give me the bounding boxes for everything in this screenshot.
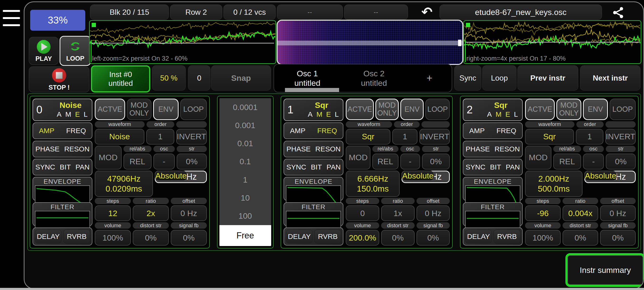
instrument-select-button[interactable]: Inst #0 untitled xyxy=(91,65,150,93)
absolute-mode-button[interactable]: Absolute xyxy=(584,171,617,181)
freq-button[interactable]: FREQ xyxy=(66,127,86,135)
active-toggle-button[interactable]: ACTVE xyxy=(346,99,374,120)
waveform-value-button[interactable]: Sqr xyxy=(525,129,574,145)
mod-strength-button[interactable]: 0% xyxy=(422,154,450,169)
add-oscillator-button[interactable]: + xyxy=(407,73,452,84)
volume-value-button[interactable]: 100% xyxy=(525,230,561,245)
ratio-value-button[interactable]: 0.004x xyxy=(562,205,598,221)
absolute-mode-button[interactable]: Absolute xyxy=(155,171,187,181)
reson-button[interactable]: RESON xyxy=(315,145,341,153)
pan-button[interactable]: PAN xyxy=(76,163,90,171)
block-counter-button[interactable]: Blk 20 / 115 xyxy=(90,5,169,20)
waveform-value-button[interactable]: Sqr xyxy=(346,129,390,145)
mix-percent-button[interactable]: 50 % xyxy=(152,65,186,91)
mod-button[interactable]: MOD xyxy=(346,146,370,169)
share-icon[interactable] xyxy=(610,6,626,19)
tab-osc2[interactable]: Osc 2 untitled xyxy=(341,69,408,88)
instr-summary-button[interactable]: Instr summary xyxy=(566,253,644,287)
left-waveform-scope[interactable]: left-zoom=2x persist On 32 - 60% xyxy=(89,20,276,64)
pan-button[interactable]: PAN xyxy=(506,163,520,171)
rel-abs-button[interactable]: REL xyxy=(553,154,581,169)
freq-range-option[interactable]: 0.0001 xyxy=(220,98,271,116)
empty-slot-button-1[interactable]: -- xyxy=(277,5,343,20)
filename-button[interactable]: etude8-67_new_keys.osc xyxy=(440,5,602,20)
freq-range-option[interactable]: 100 xyxy=(220,207,271,225)
osc-header-button[interactable]: 0 Noise A M E L xyxy=(32,99,92,121)
offset-value-button[interactable]: 0 Hz xyxy=(600,205,636,221)
progress-percent-button[interactable]: 33% xyxy=(30,10,85,31)
hamburger-menu-icon[interactable] xyxy=(3,10,21,28)
sync-button[interactable]: Sync xyxy=(454,65,481,91)
order-value-button[interactable]: 1 xyxy=(392,129,418,145)
sync-button[interactable]: SYNC xyxy=(286,163,306,171)
invert-button[interactable]: INVERT xyxy=(419,129,450,145)
freq-button[interactable]: FREQ xyxy=(317,127,337,135)
stop-button[interactable]: STOP ! xyxy=(29,66,90,93)
transpose-button[interactable]: 0 xyxy=(188,65,210,91)
env-toggle-button[interactable]: ENV xyxy=(583,99,608,120)
distort-value-button[interactable]: 0% xyxy=(381,230,414,245)
delay-button[interactable]: DELAY xyxy=(286,230,312,243)
instrument-loop-button[interactable]: Loop xyxy=(482,65,516,91)
freq-range-option[interactable]: 1 xyxy=(220,171,271,189)
mod-osc-select-button[interactable]: - xyxy=(400,154,420,169)
signal-fb-value-button[interactable]: 0% xyxy=(416,230,450,245)
undo-icon[interactable]: ↶ xyxy=(419,5,435,19)
signal-fb-value-button[interactable]: 0% xyxy=(171,230,207,245)
order-value-button[interactable]: 1 xyxy=(146,129,174,145)
row-counter-button[interactable]: Row 2 xyxy=(170,5,222,20)
steps-value-button[interactable]: -96 xyxy=(525,205,561,221)
pan-button[interactable]: PAN xyxy=(326,163,340,171)
right-waveform-scope[interactable]: right-zoom=4x persist On 17 - 80% xyxy=(463,20,642,64)
ratio-value-button[interactable]: 1x xyxy=(381,205,414,221)
envelope-display[interactable]: ENVELOPE xyxy=(284,177,343,201)
ratio-value-button[interactable]: 2x xyxy=(133,205,169,221)
offset-value-button[interactable]: 0 Hz xyxy=(416,205,450,221)
filter-display[interactable]: FILTER xyxy=(284,202,343,226)
envelope-display[interactable]: ENVELOPE xyxy=(463,177,523,201)
mod-button[interactable]: MOD xyxy=(95,146,122,169)
mod-osc-select-button[interactable]: - xyxy=(583,154,604,169)
play-button[interactable]: PLAY xyxy=(29,37,59,65)
bit-button[interactable]: BIT xyxy=(60,163,71,171)
rel-abs-button[interactable]: REL xyxy=(372,154,398,169)
mod-button[interactable]: MOD xyxy=(525,146,552,169)
loop-toggle-button[interactable]: LOOP xyxy=(180,99,207,120)
tab-osc1[interactable]: Osc 1 untitled xyxy=(274,69,341,88)
invert-button[interactable]: INVERT xyxy=(605,129,636,145)
mod-only-toggle-button[interactable]: MOD ONLY xyxy=(376,99,399,120)
active-toggle-button[interactable]: ACTVE xyxy=(525,99,555,120)
amp-button[interactable]: AMP xyxy=(290,127,306,135)
phase-button[interactable]: PHASE xyxy=(286,145,310,153)
envelope-display[interactable]: ENVELOPE xyxy=(32,177,92,201)
freq-range-free-option[interactable]: Free xyxy=(220,225,271,246)
delay-button[interactable]: DELAY xyxy=(465,230,492,243)
reson-button[interactable]: RESON xyxy=(64,145,90,153)
osc-header-button[interactable]: 1 Sqr A M E L xyxy=(284,99,343,121)
empty-slot-button-2[interactable]: -- xyxy=(344,5,408,20)
filter-display[interactable]: FILTER xyxy=(463,202,523,226)
freq-button[interactable]: FREQ xyxy=(496,127,516,135)
loop-toggle-button[interactable]: LOOP xyxy=(425,99,450,120)
frequency-readout-button[interactable]: 2.000Hz 500.0ms xyxy=(525,171,582,197)
freq-range-option[interactable]: 0.001 xyxy=(220,116,271,134)
waveform-value-button[interactable]: Noise xyxy=(95,129,144,145)
mod-strength-button[interactable]: 0% xyxy=(606,154,636,169)
amp-button[interactable]: AMP xyxy=(469,127,485,135)
snap-button[interactable]: Snap xyxy=(211,65,271,91)
frequency-readout-button[interactable]: 47906Hz 0.0209ms xyxy=(95,171,153,197)
osc-header-button[interactable]: 2 Sqr A M E L xyxy=(463,99,523,121)
phase-button[interactable]: PHASE xyxy=(466,145,490,153)
signal-fb-value-button[interactable]: 0% xyxy=(600,230,636,245)
spectrogram-display[interactable] xyxy=(277,20,463,65)
distort-value-button[interactable]: 0% xyxy=(133,230,169,245)
mod-osc-select-button[interactable]: - xyxy=(154,154,175,169)
invert-button[interactable]: INVERT xyxy=(176,129,207,145)
reson-button[interactable]: RESON xyxy=(494,145,520,153)
order-value-button[interactable]: 1 xyxy=(576,129,604,145)
mod-strength-button[interactable]: 0% xyxy=(177,154,207,169)
env-toggle-button[interactable]: ENV xyxy=(400,99,424,120)
steps-value-button[interactable]: 12 xyxy=(95,205,131,221)
sync-button[interactable]: SYNC xyxy=(36,163,55,171)
offset-value-button[interactable]: 0 Hz xyxy=(171,205,207,221)
